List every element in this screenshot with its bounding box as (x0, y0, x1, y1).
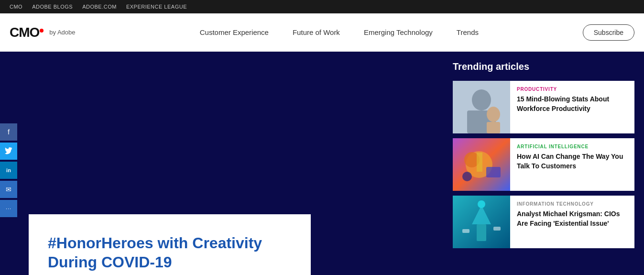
top-bar: CMO ADOBE BLOGS ADOBE.COM EXPERIENCE LEA… (0, 0, 644, 13)
social-sidebar: f in ✉ ··· (0, 119, 17, 222)
article-thumb-3 (453, 196, 510, 248)
subscribe-button[interactable]: Subscribe (583, 24, 634, 41)
logo-area[interactable]: CMO by Adobe (10, 25, 96, 40)
svg-rect-10 (477, 153, 482, 172)
svg-point-9 (462, 172, 472, 181)
trending-sidebar: Trending articles PRODUCTIVITY 15 Mind-B… (443, 52, 644, 275)
main-header: CMO by Adobe Customer Experience Future … (0, 13, 644, 52)
svg-point-3 (487, 107, 500, 122)
topbar-experience-league[interactable]: EXPERIENCE LEAGUE (126, 4, 187, 10)
twitter-share-button[interactable] (0, 143, 17, 160)
svg-rect-14 (462, 229, 469, 233)
article-category-3: INFORMATION TECHNOLOGY (517, 201, 628, 207)
hero-area: f in ✉ ··· #HonorHeroes with Creativity … (0, 52, 644, 275)
more-share-button[interactable]: ··· (0, 200, 17, 217)
nav-customer-experience[interactable]: Customer Experience (200, 28, 269, 36)
main-article-title[interactable]: #HonorHeroes with Creativity During COVI… (48, 233, 292, 272)
svg-point-16 (478, 200, 485, 208)
article-heading-3: Analyst Michael Krigsman: CIOs Are Facin… (517, 209, 628, 228)
logo-by: by Adobe (49, 29, 75, 36)
article-thumb-2 (453, 138, 510, 191)
article-thumb-1 (453, 81, 510, 133)
nav-future-of-work[interactable]: Future of Work (293, 28, 340, 36)
trending-title: Trending articles (453, 61, 634, 72)
topbar-adobe-com[interactable]: ADOBE.COM (82, 4, 117, 10)
hero-content: #HonorHeroes with Creativity During COVI… (0, 52, 443, 275)
trending-article-2[interactable]: ARTIFICIAL INTELLIGENCE How AI Can Chang… (453, 138, 634, 191)
topbar-cmo[interactable]: CMO (10, 4, 22, 10)
facebook-share-button[interactable]: f (0, 123, 17, 141)
main-article-card: #HonorHeroes with Creativity During COVI… (29, 214, 311, 275)
article-category-1: PRODUCTIVITY (517, 87, 628, 92)
linkedin-share-button[interactable]: in (0, 162, 17, 179)
article-info-2: ARTIFICIAL INTELLIGENCE How AI Can Chang… (510, 138, 634, 191)
svg-rect-15 (493, 227, 501, 231)
svg-rect-4 (487, 122, 500, 133)
trending-article-1[interactable]: PRODUCTIVITY 15 Mind-Blowing Stats About… (453, 81, 634, 133)
topbar-adobe-blogs[interactable]: ADOBE BLOGS (32, 4, 73, 10)
svg-point-1 (472, 89, 491, 110)
article-heading-1: 15 Mind-Blowing Stats About Workforce Pr… (517, 95, 628, 113)
logo-cmo: CMO (10, 25, 44, 40)
nav-trends[interactable]: Trends (457, 28, 479, 36)
email-share-button[interactable]: ✉ (0, 181, 17, 198)
main-nav: Customer Experience Future of Work Emerg… (96, 28, 583, 36)
nav-emerging-technology[interactable]: Emerging Technology (364, 28, 433, 36)
svg-rect-8 (486, 167, 501, 177)
logo-dot (40, 29, 44, 33)
article-info-1: PRODUCTIVITY 15 Mind-Blowing Stats About… (510, 81, 634, 133)
article-info-3: INFORMATION TECHNOLOGY Analyst Michael K… (510, 196, 634, 248)
svg-rect-13 (477, 224, 486, 241)
article-category-2: ARTIFICIAL INTELLIGENCE (517, 144, 628, 149)
article-heading-2: How AI Can Change The Way You Talk To Cu… (517, 152, 628, 171)
trending-article-3[interactable]: INFORMATION TECHNOLOGY Analyst Michael K… (453, 196, 634, 248)
